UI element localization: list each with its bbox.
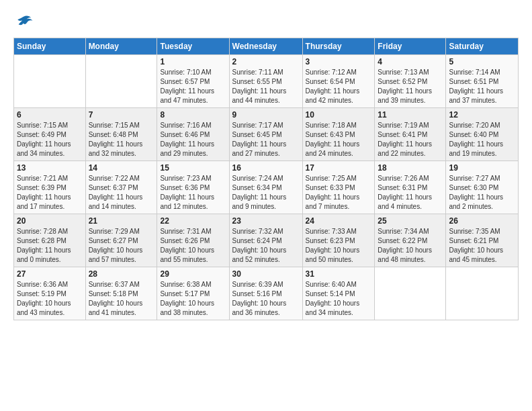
weekday-header-thursday: Thursday [302,38,375,55]
calendar-cell: 28Sunrise: 6:37 AM Sunset: 5:18 PM Dayli… [85,267,157,320]
calendar-cell: 26Sunrise: 7:35 AM Sunset: 6:21 PM Dayli… [446,214,519,267]
calendar-week-4: 20Sunrise: 7:28 AM Sunset: 6:28 PM Dayli… [14,214,519,267]
calendar-cell: 3Sunrise: 7:12 AM Sunset: 6:54 PM Daylig… [302,55,375,108]
day-info: Sunrise: 7:20 AM Sunset: 6:40 PM Dayligh… [449,121,515,158]
calendar-week-3: 13Sunrise: 7:21 AM Sunset: 6:39 PM Dayli… [14,161,519,214]
calendar-cell: 2Sunrise: 7:11 AM Sunset: 6:55 PM Daylig… [229,55,302,108]
day-number: 8 [160,110,226,120]
logo-bird-icon [15,12,34,31]
page: SundayMondayTuesdayWednesdayThursdayFrid… [0,0,532,327]
day-number: 10 [306,110,372,120]
day-info: Sunrise: 7:29 AM Sunset: 6:27 PM Dayligh… [89,227,154,265]
day-info: Sunrise: 7:27 AM Sunset: 6:30 PM Dayligh… [449,174,515,212]
day-number: 23 [232,216,300,226]
calendar-cell: 17Sunrise: 7:25 AM Sunset: 6:33 PM Dayli… [302,161,375,214]
header [13,12,519,31]
day-number: 1 [160,57,226,66]
weekday-header-wednesday: Wednesday [229,38,302,55]
day-number: 3 [306,57,372,66]
calendar-cell: 18Sunrise: 7:26 AM Sunset: 6:31 PM Dayli… [375,161,446,214]
day-number: 5 [449,57,515,66]
day-info: Sunrise: 6:39 AM Sunset: 5:16 PM Dayligh… [232,280,300,318]
day-info: Sunrise: 7:22 AM Sunset: 6:37 PM Dayligh… [89,174,154,212]
day-info: Sunrise: 6:40 AM Sunset: 5:14 PM Dayligh… [306,280,372,318]
day-number: 16 [232,163,300,173]
calendar-cell: 27Sunrise: 6:36 AM Sunset: 5:19 PM Dayli… [14,267,86,320]
day-number: 22 [160,216,226,226]
day-number: 15 [160,163,226,173]
calendar-cell [14,55,86,108]
day-info: Sunrise: 7:28 AM Sunset: 6:28 PM Dayligh… [17,227,83,265]
calendar-cell: 5Sunrise: 7:14 AM Sunset: 6:51 PM Daylig… [446,55,519,108]
calendar-cell: 21Sunrise: 7:29 AM Sunset: 6:27 PM Dayli… [85,214,157,267]
day-number: 13 [17,163,83,173]
calendar-cell: 1Sunrise: 7:10 AM Sunset: 6:57 PM Daylig… [157,55,229,108]
calendar-cell [85,55,157,108]
day-number: 12 [449,110,515,120]
day-number: 18 [378,163,443,173]
day-number: 24 [306,216,372,226]
calendar-cell [446,267,519,320]
day-number: 27 [17,269,83,279]
calendar-cell: 7Sunrise: 7:15 AM Sunset: 6:48 PM Daylig… [85,108,157,161]
calendar-cell: 15Sunrise: 7:23 AM Sunset: 6:36 PM Dayli… [157,161,229,214]
calendar-cell: 23Sunrise: 7:32 AM Sunset: 6:24 PM Dayli… [229,214,302,267]
day-info: Sunrise: 7:25 AM Sunset: 6:33 PM Dayligh… [306,174,372,212]
day-info: Sunrise: 7:32 AM Sunset: 6:24 PM Dayligh… [232,227,300,265]
calendar-week-2: 6Sunrise: 7:15 AM Sunset: 6:49 PM Daylig… [14,108,519,161]
day-number: 14 [89,163,154,173]
day-info: Sunrise: 7:12 AM Sunset: 6:54 PM Dayligh… [306,68,372,105]
day-info: Sunrise: 7:17 AM Sunset: 6:45 PM Dayligh… [232,121,300,158]
calendar-cell: 22Sunrise: 7:31 AM Sunset: 6:26 PM Dayli… [157,214,229,267]
calendar-cell: 6Sunrise: 7:15 AM Sunset: 6:49 PM Daylig… [14,108,86,161]
calendar-cell: 12Sunrise: 7:20 AM Sunset: 6:40 PM Dayli… [446,108,519,161]
day-number: 6 [17,110,83,120]
calendar-week-5: 27Sunrise: 6:36 AM Sunset: 5:19 PM Dayli… [14,267,519,320]
calendar-cell: 13Sunrise: 7:21 AM Sunset: 6:39 PM Dayli… [14,161,86,214]
weekday-header-saturday: Saturday [446,38,519,55]
day-number: 7 [89,110,154,120]
day-info: Sunrise: 7:33 AM Sunset: 6:23 PM Dayligh… [306,227,372,265]
calendar-cell: 9Sunrise: 7:17 AM Sunset: 6:45 PM Daylig… [229,108,302,161]
logo [13,12,34,31]
weekday-header-friday: Friday [375,38,446,55]
calendar-cell: 10Sunrise: 7:18 AM Sunset: 6:43 PM Dayli… [302,108,375,161]
calendar-cell: 25Sunrise: 7:34 AM Sunset: 6:22 PM Dayli… [375,214,446,267]
day-info: Sunrise: 7:24 AM Sunset: 6:34 PM Dayligh… [232,174,300,212]
day-info: Sunrise: 6:37 AM Sunset: 5:18 PM Dayligh… [89,280,154,318]
calendar-table: SundayMondayTuesdayWednesdayThursdayFrid… [13,38,519,320]
calendar-cell: 31Sunrise: 6:40 AM Sunset: 5:14 PM Dayli… [302,267,375,320]
calendar-cell: 8Sunrise: 7:16 AM Sunset: 6:46 PM Daylig… [157,108,229,161]
calendar-header-row: SundayMondayTuesdayWednesdayThursdayFrid… [14,38,519,55]
day-number: 29 [160,269,226,279]
calendar-cell: 16Sunrise: 7:24 AM Sunset: 6:34 PM Dayli… [229,161,302,214]
day-info: Sunrise: 7:34 AM Sunset: 6:22 PM Dayligh… [378,227,443,265]
calendar-cell: 20Sunrise: 7:28 AM Sunset: 6:28 PM Dayli… [14,214,86,267]
day-info: Sunrise: 6:38 AM Sunset: 5:17 PM Dayligh… [160,280,226,318]
day-info: Sunrise: 7:31 AM Sunset: 6:26 PM Dayligh… [160,227,226,265]
calendar-cell: 24Sunrise: 7:33 AM Sunset: 6:23 PM Dayli… [302,214,375,267]
calendar-cell: 29Sunrise: 6:38 AM Sunset: 5:17 PM Dayli… [157,267,229,320]
day-info: Sunrise: 7:18 AM Sunset: 6:43 PM Dayligh… [306,121,372,158]
day-number: 9 [232,110,300,120]
calendar-cell: 14Sunrise: 7:22 AM Sunset: 6:37 PM Dayli… [85,161,157,214]
day-number: 28 [89,269,154,279]
weekday-header-tuesday: Tuesday [157,38,229,55]
day-number: 4 [378,57,443,66]
day-info: Sunrise: 7:13 AM Sunset: 6:52 PM Dayligh… [378,68,443,105]
calendar-cell: 11Sunrise: 7:19 AM Sunset: 6:41 PM Dayli… [375,108,446,161]
day-number: 21 [89,216,154,226]
calendar-cell: 4Sunrise: 7:13 AM Sunset: 6:52 PM Daylig… [375,55,446,108]
day-info: Sunrise: 7:19 AM Sunset: 6:41 PM Dayligh… [378,121,443,158]
day-number: 26 [449,216,515,226]
day-number: 31 [306,269,372,279]
day-info: Sunrise: 7:11 AM Sunset: 6:55 PM Dayligh… [232,68,300,105]
day-info: Sunrise: 7:16 AM Sunset: 6:46 PM Dayligh… [160,121,226,158]
weekday-header-sunday: Sunday [14,38,86,55]
weekday-header-monday: Monday [85,38,157,55]
day-info: Sunrise: 7:35 AM Sunset: 6:21 PM Dayligh… [449,227,515,265]
calendar-cell [375,267,446,320]
calendar-week-1: 1Sunrise: 7:10 AM Sunset: 6:57 PM Daylig… [14,55,519,108]
day-info: Sunrise: 7:10 AM Sunset: 6:57 PM Dayligh… [160,68,226,105]
day-info: Sunrise: 7:15 AM Sunset: 6:48 PM Dayligh… [89,121,154,158]
